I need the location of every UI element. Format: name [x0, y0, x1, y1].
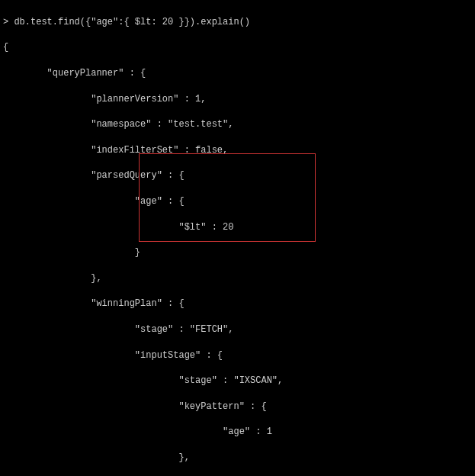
- output-line: "namespace" : "test.test",: [3, 118, 472, 131]
- output-line: "$lt" : 20: [3, 221, 472, 234]
- command-line: > db.test.find({"age":{ $lt: 20 }}).expl…: [3, 16, 472, 29]
- output-line: "winningPlan" : {: [3, 298, 472, 310]
- terminal-output[interactable]: > db.test.find({"age":{ $lt: 20 }}).expl…: [3, 3, 472, 476]
- output-line: }: [3, 246, 472, 259]
- output-line: "parsedQuery" : {: [3, 169, 472, 182]
- output-line: "queryPlanner" : {: [3, 67, 472, 80]
- output-line: "keyPattern" : {: [3, 400, 472, 413]
- output-line: "stage" : "FETCH",: [3, 323, 472, 336]
- output-line: "inputStage" : {: [3, 349, 472, 362]
- output-line: "age" : 1: [3, 426, 472, 439]
- output-line: "age" : {: [3, 195, 472, 208]
- output-line: "indexFilterSet" : false,: [3, 144, 472, 157]
- output-line: },: [3, 452, 472, 465]
- output-line: "stage" : "IXSCAN",: [3, 375, 472, 388]
- output-line: },: [3, 272, 472, 285]
- output-line: "plannerVersion" : 1,: [3, 93, 472, 106]
- output-line: {: [3, 41, 472, 54]
